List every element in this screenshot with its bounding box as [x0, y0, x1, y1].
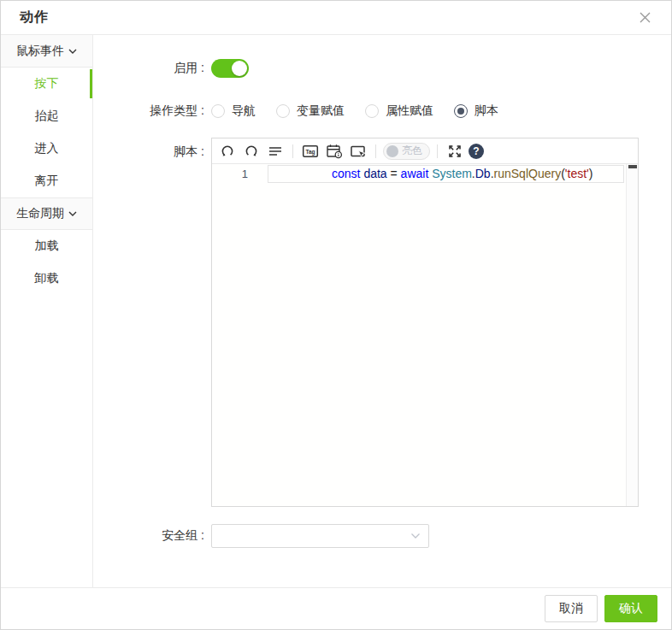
chevron-down-icon: [68, 211, 77, 216]
enable-row: 启用 :: [93, 59, 671, 78]
sidebar-item-label: 离开: [35, 174, 59, 189]
svg-text:Tag: Tag: [305, 148, 315, 155]
sidebar-item-leave[interactable]: 离开: [1, 165, 92, 197]
current-line-highlight: const data = await System.Db.runSqlQuery…: [268, 165, 624, 183]
cancel-button[interactable]: 取消: [545, 595, 598, 622]
toolbar-divider: [437, 144, 438, 158]
insert-component-icon[interactable]: [348, 141, 368, 162]
radio-variable-assign[interactable]: 变量赋值: [276, 103, 345, 119]
sidebar: 鼠标事件 按下 抬起 进入 离开 生命周期 加载: [1, 35, 93, 587]
sidebar-group-lifecycle[interactable]: 生命周期: [1, 197, 92, 230]
dialog-body: 鼠标事件 按下 抬起 进入 离开 生命周期 加载: [1, 35, 671, 587]
sidebar-group-label: 鼠标事件: [16, 44, 64, 59]
dialog-footer: 取消 确认: [1, 587, 671, 629]
radio-label: 属性赋值: [386, 103, 433, 119]
calendar-info-icon[interactable]: [324, 141, 345, 162]
page-title: 动作: [20, 9, 49, 26]
line-number: 1: [212, 166, 248, 182]
close-icon[interactable]: [637, 10, 652, 26]
toolbar-divider: [375, 144, 376, 158]
tag-icon[interactable]: Tag: [300, 141, 321, 162]
undo-icon[interactable]: [217, 141, 238, 162]
main-content: 启用 : 操作类型 : 导航 变量赋值 属性赋值: [93, 35, 671, 587]
sidebar-group-mouse-events[interactable]: 鼠标事件: [1, 35, 92, 68]
script-label: 脚本 :: [93, 138, 204, 160]
fullscreen-expand-icon[interactable]: [445, 141, 465, 162]
line-number-gutter: 1: [212, 164, 267, 182]
action-type-label: 操作类型 :: [93, 103, 204, 119]
light-theme-toggle[interactable]: 亮色: [383, 143, 430, 160]
toolbar-divider: [292, 144, 293, 158]
sidebar-item-press[interactable]: 按下: [1, 68, 92, 100]
enable-toggle[interactable]: [211, 59, 249, 78]
dialog-header: 动作: [1, 1, 671, 35]
toggle-knob: [386, 145, 398, 157]
sidebar-item-unload[interactable]: 卸载: [1, 262, 92, 295]
sidebar-item-label: 卸载: [35, 271, 59, 286]
sidebar-item-label: 加载: [35, 238, 59, 254]
radio-icon: [454, 104, 468, 118]
radio-navigate[interactable]: 导航: [211, 103, 256, 119]
radio-label: 变量赋值: [297, 103, 345, 119]
active-indicator: [90, 69, 92, 98]
ruler-cursor-mark: [628, 165, 637, 168]
enable-label: 启用 :: [93, 61, 204, 76]
radio-script[interactable]: 脚本: [454, 103, 498, 119]
format-code-icon[interactable]: [265, 141, 286, 162]
sidebar-item-label: 抬起: [35, 109, 59, 124]
radio-property-assign[interactable]: 属性赋值: [365, 103, 433, 119]
radio-icon: [276, 104, 290, 118]
confirm-button[interactable]: 确认: [604, 595, 657, 622]
help-glyph: ?: [473, 145, 479, 157]
code-line: const data = await System.Db.runSqlQuery…: [272, 164, 592, 198]
chevron-down-icon: [68, 49, 77, 54]
sidebar-group-label: 生命周期: [16, 206, 64, 221]
overview-ruler[interactable]: [626, 164, 638, 506]
security-group-select[interactable]: [211, 524, 429, 548]
sidebar-item-enter[interactable]: 进入: [1, 132, 92, 165]
radio-label: 导航: [232, 103, 256, 119]
code-surface: const data = await System.Db.runSqlQuery…: [268, 165, 624, 183]
sidebar-item-load[interactable]: 加载: [1, 230, 92, 262]
light-theme-label: 亮色: [402, 144, 422, 158]
sidebar-item-release[interactable]: 抬起: [1, 100, 92, 132]
sidebar-item-label: 按下: [35, 76, 59, 91]
toggle-knob: [232, 61, 247, 76]
action-type-row: 操作类型 : 导航 变量赋值 属性赋值: [93, 102, 671, 121]
chevron-down-icon: [410, 533, 421, 539]
security-group-row: 安全组 :: [93, 524, 671, 548]
code-editor: Tag 亮色: [211, 138, 639, 507]
sidebar-item-label: 进入: [35, 141, 59, 156]
script-row: 脚本 : Tag: [93, 138, 671, 507]
radio-icon: [211, 104, 225, 118]
action-dialog: 动作 鼠标事件 按下 抬起 进入 离开 生命: [0, 0, 672, 630]
radio-icon: [365, 104, 379, 118]
action-type-radio-group: 导航 变量赋值 属性赋值 脚本: [211, 103, 498, 119]
code-area[interactable]: 1 const data = await System.Db.runSqlQue…: [212, 164, 638, 506]
security-group-label: 安全组 :: [93, 528, 204, 544]
help-icon[interactable]: ?: [469, 144, 484, 159]
editor-toolbar: Tag 亮色: [212, 138, 638, 164]
redo-icon[interactable]: [241, 141, 262, 162]
radio-label: 脚本: [475, 103, 498, 119]
